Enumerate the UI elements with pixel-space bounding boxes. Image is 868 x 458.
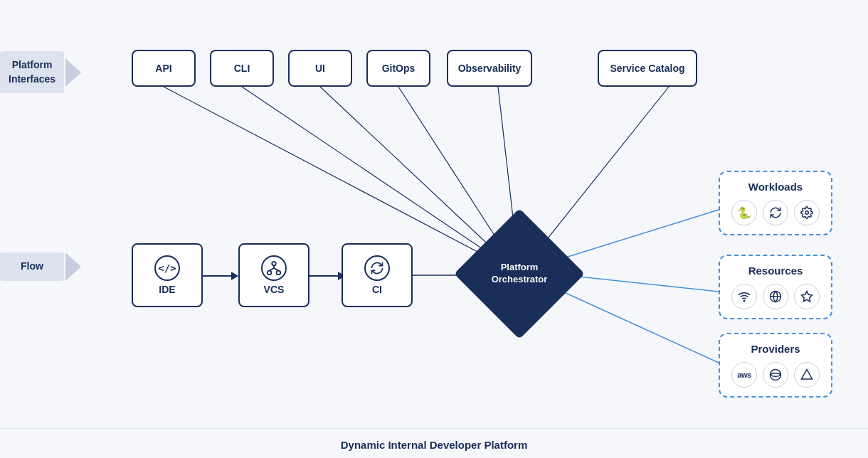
svg-point-13 [277,271,281,275]
service-catalog-box: Service Catalog [598,50,697,87]
svg-point-12 [268,271,272,275]
svg-line-16 [274,268,278,271]
recycle-icon [763,200,788,225]
svg-line-9 [566,275,719,292]
svg-line-15 [270,268,274,271]
providers-icons: aws [729,362,822,388]
workloads-box: Workloads 🐍 [719,171,832,235]
settings-icon [794,200,820,225]
platform-interfaces-label: Platform Interfaces [0,51,81,93]
svg-point-17 [805,211,809,215]
svg-line-10 [566,293,719,363]
aws-icon: aws [731,362,757,388]
vcs-box: VCS [238,243,309,307]
vcs-ci-arrow [309,272,345,280]
deploy-icon [794,284,820,309]
ide-icon: </> [154,255,180,281]
flow-label: Flow [0,252,81,281]
globe-icon [763,284,788,309]
gitops-box: GitOps [366,50,430,87]
ui-box: UI [288,50,352,87]
ide-vcs-arrow [203,272,238,280]
svg-line-8 [566,210,719,257]
providers-box: Providers aws [719,333,832,398]
observability-box: Observability [447,50,532,87]
network-icon [731,284,757,309]
svg-marker-21 [802,292,813,302]
ci-box: CI [342,243,413,307]
resources-box: Resources [719,255,832,319]
vcs-icon [261,255,287,281]
svg-point-11 [272,262,276,266]
footer-title: Dynamic Internal Developer Platform [341,439,528,451]
gcp-icon [794,362,820,388]
azure-icon [763,362,788,388]
diagram-container: Platform Interfaces Flow API CLI UI GitO… [0,0,868,427]
python-icon: 🐍 [731,200,757,225]
resources-icons [729,284,822,309]
cli-box: CLI [210,50,274,87]
ide-box: </> IDE [132,243,203,307]
footer: Dynamic Internal Developer Platform [0,428,868,458]
svg-point-18 [743,300,745,302]
orchestrator: PlatformOrchestrator [473,228,566,320]
api-box: API [132,50,196,87]
ci-icon [364,255,390,281]
workloads-icons: 🐍 [729,200,822,225]
svg-marker-22 [802,370,813,380]
